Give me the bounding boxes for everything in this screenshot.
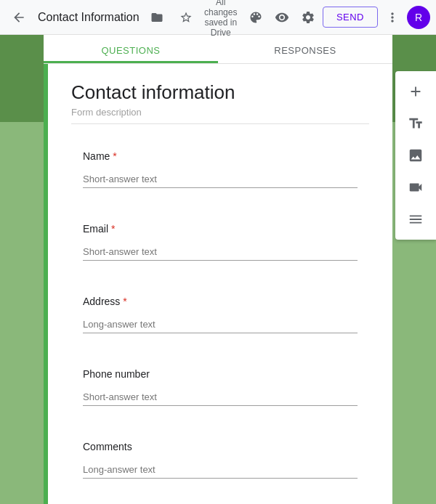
tab-questions[interactable]: QUESTIONS bbox=[44, 35, 218, 63]
comments-input[interactable] bbox=[83, 461, 358, 479]
phone-input[interactable] bbox=[83, 389, 358, 406]
avatar[interactable]: R bbox=[407, 6, 430, 29]
add-element-button[interactable] bbox=[401, 77, 430, 106]
palette-icon[interactable] bbox=[244, 6, 267, 29]
main-area: QUESTIONS RESPONSES Contact information … bbox=[0, 35, 436, 504]
more-icon[interactable] bbox=[381, 6, 404, 29]
question-phone-label: Phone number bbox=[83, 368, 358, 380]
form-description: Form description bbox=[71, 107, 369, 124]
form-container: QUESTIONS RESPONSES Contact information … bbox=[44, 35, 392, 504]
address-input[interactable] bbox=[83, 316, 358, 333]
question-email: Email* bbox=[71, 211, 369, 269]
folder-icon[interactable] bbox=[145, 6, 169, 29]
question-comments: Comments bbox=[71, 429, 369, 487]
tab-responses[interactable]: RESPONSES bbox=[218, 35, 392, 63]
toolbar: Contact Information All changes saved in… bbox=[0, 0, 436, 35]
settings-icon[interactable] bbox=[296, 6, 320, 29]
required-star-email: * bbox=[111, 223, 115, 235]
name-input[interactable] bbox=[83, 171, 358, 188]
section-button[interactable] bbox=[401, 205, 430, 234]
question-address: Address* bbox=[71, 284, 369, 342]
back-button[interactable] bbox=[6, 4, 32, 31]
preview-icon[interactable] bbox=[270, 6, 294, 29]
form-card: Contact information Form description Nam… bbox=[44, 64, 392, 504]
question-name-label: Name* bbox=[83, 150, 358, 162]
form-title: Contact information bbox=[71, 81, 369, 104]
required-star: * bbox=[113, 150, 116, 162]
text-button[interactable] bbox=[401, 109, 430, 138]
required-star-address: * bbox=[123, 296, 126, 307]
video-button[interactable] bbox=[401, 173, 430, 202]
question-comments-label: Comments bbox=[83, 441, 358, 452]
toolbar-right: SEND R bbox=[244, 6, 430, 29]
question-name: Name* bbox=[71, 139, 369, 197]
sidebar-tools bbox=[395, 71, 436, 240]
saved-status: All changes saved in Drive bbox=[203, 0, 238, 38]
question-phone: Phone number bbox=[71, 357, 369, 415]
image-button[interactable] bbox=[401, 141, 430, 170]
toolbar-title: Contact Information bbox=[38, 11, 140, 24]
star-icon[interactable] bbox=[174, 6, 198, 29]
question-email-label: Email* bbox=[83, 223, 358, 235]
send-button[interactable]: SEND bbox=[323, 7, 378, 28]
email-input[interactable] bbox=[83, 243, 358, 261]
question-address-label: Address* bbox=[83, 296, 358, 307]
tabs: QUESTIONS RESPONSES bbox=[44, 35, 392, 64]
